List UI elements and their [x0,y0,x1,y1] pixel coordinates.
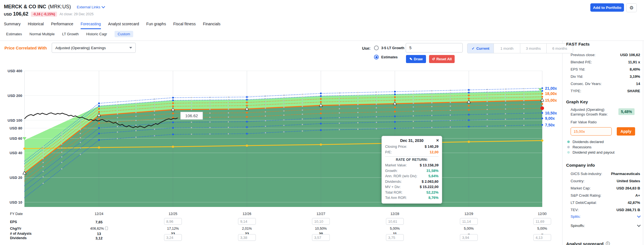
tab-financials[interactable]: Financials [203,22,221,29]
draw-button[interactable]: ✎ Draw [406,55,426,63]
tab-forecasting[interactable]: Forecasting [81,22,101,29]
eps-estimate-input[interactable] [164,218,182,225]
splits-row[interactable]: Splits: [571,214,640,219]
info-icon[interactable]: ⓘ [606,241,610,245]
year-dot[interactable] [246,133,248,134]
lt-growth-radio[interactable] [374,46,379,50]
year-dot[interactable] [320,101,322,103]
year-dot[interactable] [98,105,100,107]
subtab-lt-growth[interactable]: LT Growth [62,31,78,37]
year-dot[interactable] [468,92,470,93]
year-dot[interactable] [246,102,248,103]
year-dot[interactable] [98,127,100,129]
year-dot[interactable] [394,107,396,108]
settings-button[interactable]: ⚙ [626,3,637,12]
year-dot[interactable] [394,111,396,112]
dividend-estimate-input[interactable] [312,234,330,241]
subtab-historic-cagr[interactable]: Historic Cagr [86,31,107,37]
spinoffs-row[interactable]: Spinoffs: [571,224,640,228]
year-dot[interactable] [246,99,248,101]
tab-analyst-scorecard[interactable]: Analyst scorecard [108,22,139,29]
tab-fun-graphs[interactable]: Fun graphs [146,22,166,29]
external-links-button[interactable]: External Links [77,5,105,9]
year-dot[interactable] [320,112,322,114]
year-dot[interactable] [172,134,174,135]
year-dot[interactable] [541,93,543,94]
year-dot[interactable] [320,123,322,124]
year-dot[interactable] [98,111,100,113]
year-dot[interactable] [394,91,396,92]
year-dot[interactable] [246,112,248,114]
year-dot[interactable] [172,97,174,99]
year-dot[interactable] [468,98,470,99]
forecast-chart-svg[interactable]: 106.6221,00x18,00x15,00x10,50x9,00x7,50x… [0,68,562,208]
year-dot[interactable] [394,96,396,98]
tab-performance[interactable]: Performance [51,22,73,29]
year-dot[interactable] [246,121,248,122]
year-dot[interactable] [320,95,322,97]
eps-estimate-input[interactable] [460,218,478,225]
dividend-estimate-input[interactable] [460,234,478,241]
year-dot[interactable] [468,114,470,116]
year-dot[interactable] [246,116,248,118]
subtab-normal-multiple[interactable]: Normal Multiple [29,31,55,37]
year-dot[interactable] [320,117,322,119]
subtab-custom[interactable]: Custom [115,31,133,37]
year-dot[interactable] [468,89,470,91]
year-dot[interactable] [541,103,543,105]
subtab-estimates[interactable]: Estimates [6,31,22,37]
year-dot[interactable] [468,126,470,128]
chg-note-icon[interactable] [105,227,108,230]
year-dot[interactable] [394,121,396,123]
year-dot[interactable] [468,119,470,121]
year-dot[interactable] [98,139,100,141]
eps-estimate-input[interactable] [312,218,330,225]
selected-point-dot[interactable] [541,106,544,110]
year-dot[interactable] [468,105,470,106]
year-dot[interactable] [172,102,174,104]
year-dot[interactable] [394,116,396,117]
year-dot[interactable] [320,92,322,94]
dividend-estimate-input[interactable] [386,234,404,241]
year-dot[interactable] [394,93,396,95]
tab-fiscal-fitness[interactable]: Fiscal fitness [173,22,196,29]
year-dot[interactable] [394,128,396,129]
year-dot[interactable] [172,105,174,107]
year-dot[interactable] [98,122,100,124]
lt-growth-input[interactable] [406,43,463,52]
year-dot[interactable] [98,108,100,110]
eps-estimate-input[interactable] [533,218,551,225]
tab-historical[interactable]: Historical [28,22,44,29]
close-icon[interactable]: ✕ [436,138,439,142]
year-dot[interactable] [246,126,248,128]
year-dot[interactable] [246,96,248,98]
year-dot[interactable] [541,90,543,92]
eps-estimate-input[interactable] [386,218,404,225]
reset-all-button[interactable]: ↺ Reset All [429,55,455,63]
year-dot[interactable] [541,118,543,119]
eps-estimate-input[interactable] [238,218,256,225]
year-dot[interactable] [541,96,543,98]
period-1-month[interactable]: 1 month [494,44,520,53]
estimates-radio[interactable] [374,55,379,59]
period-3-months[interactable]: 3 months [520,44,546,53]
year-dot[interactable] [320,129,322,131]
year-dot[interactable] [246,105,248,106]
year-dot[interactable] [541,124,543,126]
fair-value-input[interactable] [571,127,612,136]
year-dot[interactable] [320,108,322,110]
dividend-estimate-input[interactable] [238,234,256,241]
period-current[interactable]: ✓Current [467,44,494,53]
year-dot[interactable] [172,121,174,123]
year-dot[interactable] [172,127,174,129]
year-dot[interactable] [320,98,322,100]
year-dot[interactable] [172,99,174,101]
year-dot[interactable] [468,94,470,96]
dividend-estimate-input[interactable] [164,234,182,241]
year-dot[interactable] [541,112,543,114]
year-dot[interactable] [394,99,396,101]
year-dot[interactable] [98,132,100,134]
price-correlated-select[interactable]: Adjusted (Operating) Earnings [52,43,136,53]
apply-button[interactable]: Apply [617,127,635,136]
tab-summary[interactable]: Summary [4,22,21,29]
